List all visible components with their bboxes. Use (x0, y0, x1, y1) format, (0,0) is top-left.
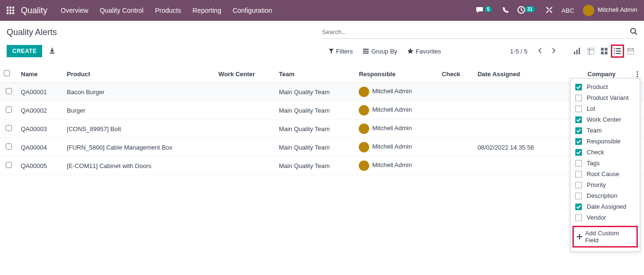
dropdown-item[interactable]: Team (571, 125, 640, 136)
cell-product: [E-COM11] Cabinet with Doors (63, 157, 215, 175)
dropdown-item-label: Tags (587, 160, 599, 167)
cell-work-center (215, 120, 275, 138)
search-icon[interactable] (630, 27, 637, 36)
nav-quality-control[interactable]: Quality Control (100, 7, 144, 14)
cell-responsible: Mitchell Admin (355, 157, 438, 175)
table-row[interactable]: QA00005 [E-COM11] Cabinet with Doors Mai… (0, 157, 644, 175)
schedule-badge: 31 (525, 6, 535, 12)
search-input[interactable] (322, 27, 630, 37)
svg-line-11 (635, 33, 637, 35)
col-check[interactable]: Check (438, 65, 473, 83)
view-graph-icon[interactable] (571, 44, 584, 58)
svg-rect-6 (7, 12, 9, 14)
cell-check (438, 157, 473, 175)
svg-point-35 (637, 71, 638, 73)
download-icon[interactable] (49, 47, 55, 55)
col-responsible[interactable]: Responsible (355, 65, 438, 83)
create-button[interactable]: CREATE (7, 45, 42, 57)
select-all-checkbox[interactable] (4, 70, 10, 76)
checkbox-icon (575, 84, 582, 90)
cell-product: [CONS_89957] Bolt (63, 120, 215, 138)
messages-icon[interactable]: 5 (476, 6, 494, 15)
row-checkbox[interactable] (6, 106, 12, 113)
view-calendar-icon[interactable] (624, 44, 637, 58)
apps-icon[interactable] (7, 7, 14, 14)
tools-icon[interactable] (545, 6, 553, 15)
dropdown-item[interactable]: Tags (571, 158, 640, 169)
cell-product: [FURN_5800] Cable Management Box (63, 138, 215, 157)
cell-work-center (215, 138, 275, 157)
company-label[interactable]: ABC (562, 7, 574, 14)
favorites-button[interactable]: Favorites (408, 48, 441, 55)
svg-rect-8 (12, 12, 14, 14)
page-title: Quality Alerts (7, 27, 322, 37)
row-checkbox[interactable] (6, 125, 12, 131)
col-team[interactable]: Team (275, 65, 355, 83)
avatar-icon (359, 87, 369, 97)
cell-check (438, 138, 473, 157)
dropdown-item[interactable]: Product Variant (571, 92, 640, 103)
view-list-icon[interactable] (611, 44, 624, 58)
pager-prev[interactable] (535, 46, 545, 57)
filters-button[interactable]: Filters (329, 48, 353, 55)
list-icon (363, 49, 369, 53)
dropdown-item-label: Work Center (587, 116, 621, 123)
svg-rect-4 (9, 9, 11, 11)
nav-reporting[interactable]: Reporting (192, 7, 221, 14)
dropdown-item[interactable]: Product (571, 81, 640, 92)
checkbox-icon (575, 116, 582, 123)
cell-team: Main Quality Team (275, 157, 355, 175)
dropdown-item[interactable]: Work Center (571, 114, 640, 125)
view-pivot-icon[interactable] (584, 44, 598, 58)
groupby-button[interactable]: Group By (363, 48, 397, 55)
messages-badge: 5 (485, 6, 492, 12)
view-kanban-icon[interactable] (598, 44, 611, 58)
dropdown-item[interactable]: Root Cause (571, 169, 640, 175)
top-navbar: Quality Overview Quality Control Product… (0, 0, 644, 21)
dropdown-item-label: Lot (587, 105, 595, 112)
cell-check (438, 101, 473, 120)
phone-icon[interactable] (502, 7, 509, 15)
cell-date-assigned (474, 101, 562, 120)
brand-label[interactable]: Quality (21, 6, 47, 16)
dropdown-item[interactable]: Responsible (571, 136, 640, 147)
checkbox-icon (575, 95, 582, 101)
dropdown-item[interactable]: Check (571, 147, 640, 158)
col-work-center[interactable]: Work Center (215, 65, 275, 83)
row-checkbox[interactable] (6, 162, 12, 168)
schedule-icon[interactable]: 31 (517, 6, 537, 15)
table-row[interactable]: QA00002 Burger Main Quality Team Mitchel… (0, 101, 644, 120)
table-row[interactable]: QA00004 [FURN_5800] Cable Management Box… (0, 138, 644, 157)
svg-rect-0 (7, 7, 9, 9)
star-icon (408, 48, 413, 54)
dropdown-item[interactable]: Lot (571, 103, 640, 114)
pager-next[interactable] (548, 46, 559, 57)
nav-configuration[interactable]: Configuration (233, 7, 272, 14)
user-menu[interactable]: Mitchell Admin (583, 5, 637, 16)
table-row[interactable]: QA00003 [CONS_89957] Bolt Main Quality T… (0, 120, 644, 138)
avatar-icon (359, 142, 369, 152)
col-date-assigned[interactable]: Date Assigned (474, 65, 562, 83)
cell-responsible: Mitchell Admin (355, 120, 438, 138)
table-row[interactable]: QA00001 Bacon Burger Main Quality Team M… (0, 83, 644, 101)
col-product[interactable]: Product (63, 65, 215, 83)
row-checkbox[interactable] (6, 88, 12, 94)
col-name[interactable]: Name (17, 65, 63, 83)
nav-products[interactable]: Products (155, 7, 181, 14)
columns-dropdown: ProductProduct VariantLotWork CenterTeam… (570, 78, 640, 175)
cell-work-center (215, 83, 275, 101)
nav-links: Overview Quality Control Products Report… (61, 7, 476, 14)
svg-rect-15 (574, 52, 575, 54)
row-checkbox[interactable] (6, 143, 12, 150)
cell-check (438, 83, 473, 101)
svg-rect-24 (605, 52, 608, 54)
cell-date-assigned: 08/02/2022 14:35:56 (474, 138, 562, 157)
dropdown-item-label: Check (587, 149, 604, 156)
cell-name: QA00005 (17, 157, 63, 175)
svg-rect-2 (12, 7, 14, 9)
nav-overview[interactable]: Overview (61, 7, 88, 14)
checkbox-icon (575, 160, 582, 167)
cell-product: Bacon Burger (63, 83, 215, 101)
svg-rect-7 (9, 12, 11, 14)
svg-rect-18 (588, 48, 594, 54)
